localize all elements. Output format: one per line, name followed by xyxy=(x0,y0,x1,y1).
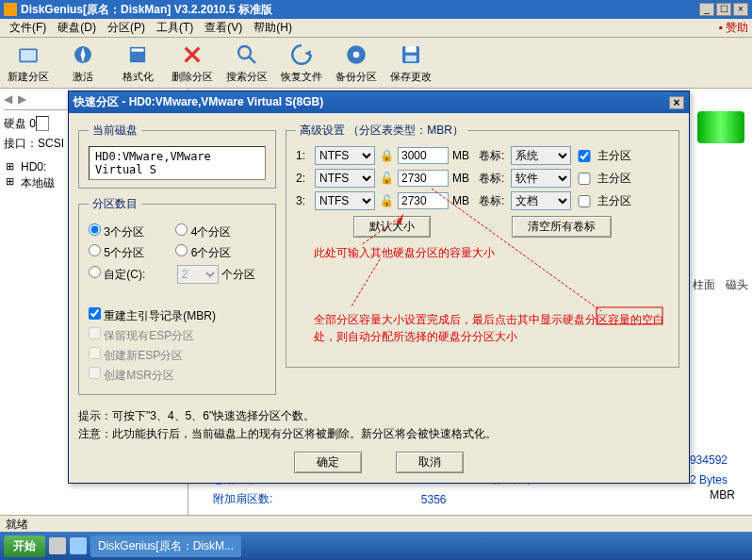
svg-point-12 xyxy=(353,52,360,58)
view-tabs: 柱面 磁头 xyxy=(685,277,748,293)
annotation-1: 此处可输入其他硬盘分区的容量大小 xyxy=(314,245,495,261)
lock-icon[interactable]: 🔒 xyxy=(379,149,394,162)
volume-select-3[interactable]: 文档 xyxy=(511,191,571,210)
primary-check-3[interactable] xyxy=(575,195,594,207)
format-button[interactable]: 格式化 xyxy=(113,41,162,84)
menu-view[interactable]: 查看(V) xyxy=(199,18,248,38)
partition-row-1: 1: NTFS 🔒 MB 卷标: 系统 主分区 xyxy=(296,146,669,165)
nav-back-icon[interactable]: ◀ xyxy=(4,92,12,106)
volume-select-2[interactable]: 软件 xyxy=(511,169,571,188)
keep-esp-checkbox: 保留现有ESP分区 xyxy=(89,327,266,344)
maximize-button[interactable]: ☐ xyxy=(716,3,731,16)
tab-cylinder[interactable]: 柱面 xyxy=(693,278,715,291)
svg-line-9 xyxy=(249,57,255,63)
new-msr-checkbox: 创建MSR分区 xyxy=(89,367,266,384)
current-disk-legend: 当前磁盘 xyxy=(89,123,141,139)
radio-custom-partitions[interactable]: 自定(C): xyxy=(89,268,145,281)
dialog-titlebar[interactable]: 快速分区 - HD0:VMware,VMware Virtual S(8GB) … xyxy=(69,91,689,113)
tab-head[interactable]: 磁头 xyxy=(726,278,748,291)
advanced-settings-group: 高级设置 （分区表类型：MBR） 1: NTFS 🔒 MB 卷标: 系统 主分区… xyxy=(286,123,679,368)
new-partition-button[interactable]: 新建分区 xyxy=(4,41,53,84)
quick-partition-dialog: 快速分区 - HD0:VMware,VMware Virtual S(8GB) … xyxy=(68,91,690,484)
menu-file[interactable]: 文件(F) xyxy=(4,18,52,38)
search-partition-button[interactable]: 搜索分区 xyxy=(222,41,271,84)
status-text: 就绪 xyxy=(6,518,28,531)
advanced-legend: 高级设置 （分区表类型：MBR） xyxy=(296,123,467,139)
menu-partition[interactable]: 分区(P) xyxy=(102,18,151,38)
size-input-1[interactable] xyxy=(398,147,449,164)
menu-tools[interactable]: 工具(T) xyxy=(151,18,199,38)
disk-count-box xyxy=(36,116,49,131)
current-disk-group: 当前磁盘 HD0:VMware,VMware Virtual S xyxy=(78,123,276,189)
volume-select-1[interactable]: 系统 xyxy=(511,146,571,165)
partition-row-2: 2: NTFS 🔓 MB 卷标: 软件 主分区 xyxy=(296,169,669,188)
menu-help[interactable]: 帮助(H) xyxy=(248,18,298,38)
partition-row-3: 3: NTFS 🔓 MB 卷标: 文档 主分区 xyxy=(296,191,669,210)
svg-rect-14 xyxy=(405,46,416,53)
sponsor-link[interactable]: ▪ 赞助 xyxy=(718,20,748,36)
delete-partition-button[interactable]: 删除分区 xyxy=(168,41,217,84)
disk-cylinder-graphic xyxy=(688,111,744,149)
app-titlebar: DiskGenius[原名：DiskMan] V3.2.2010.5 标准版 _… xyxy=(0,0,752,19)
recover-file-button[interactable]: 恢复文件 xyxy=(277,41,326,84)
partition-count-group: 分区数目 3个分区 4个分区 5个分区 6个分区 自定(C): 2 个分区 xyxy=(78,196,276,395)
minimize-button[interactable]: _ xyxy=(699,3,714,16)
size-input-2[interactable] xyxy=(398,170,449,187)
fs-select-3[interactable]: NTFS xyxy=(315,191,375,210)
lock-icon[interactable]: 🔓 xyxy=(379,172,394,185)
rebuild-mbr-checkbox[interactable]: 重建主引导记录(MBR) xyxy=(89,307,266,324)
current-disk-value: HD0:VMware,VMware Virtual S xyxy=(89,146,266,180)
svg-rect-20 xyxy=(597,307,662,324)
svg-rect-15 xyxy=(405,56,416,62)
size-input-3[interactable] xyxy=(398,192,449,209)
activate-button[interactable]: 激活 xyxy=(58,41,107,84)
partition-count-legend: 分区数目 xyxy=(89,196,141,212)
fs-select-2[interactable]: NTFS xyxy=(315,169,375,188)
cancel-button[interactable]: 取消 xyxy=(396,452,464,473)
nav-fwd-icon[interactable]: ▶ xyxy=(18,92,26,106)
close-button[interactable]: × xyxy=(733,3,748,16)
annotation-2: 全部分区容量大小设置完成后，最后点击其中显示硬盘分区容量的空白处，则自动分配所选… xyxy=(314,311,674,345)
svg-rect-5 xyxy=(132,49,144,52)
app-title: DiskGenius[原名：DiskMan] V3.2.2010.5 标准版 xyxy=(21,2,699,18)
dialog-close-button[interactable]: × xyxy=(669,96,684,109)
dialog-title: 快速分区 - HD0:VMware,VMware Virtual S(8GB) xyxy=(74,94,669,110)
radio-5-partitions[interactable]: 5个分区 xyxy=(89,246,144,259)
backup-partition-button[interactable]: 备份分区 xyxy=(332,41,381,84)
tip-2: 注意：此功能执行后，当前磁盘上的现有分区将被删除。新分区将会被快速格式化。 xyxy=(78,426,679,442)
taskbar: 开始 DiskGenius[原名：DiskM... xyxy=(0,532,752,560)
statusbar: 就绪 xyxy=(0,515,752,532)
primary-check-2[interactable] xyxy=(575,173,594,185)
toolbar: 新建分区 激活 格式化 删除分区 搜索分区 恢复文件 备份分区 保存更改 xyxy=(0,38,752,89)
tip-1: 提示：可按下"3、4、5、6"快速选择分区个数。 xyxy=(78,408,679,424)
default-size-button[interactable]: 默认大小 xyxy=(353,216,431,238)
menubar: 文件(F) 硬盘(D) 分区(P) 工具(T) 查看(V) 帮助(H) ▪ 赞助 xyxy=(0,19,752,38)
primary-check-1[interactable] xyxy=(575,150,594,162)
custom-count-select: 2 xyxy=(177,265,219,284)
menu-disk[interactable]: 硬盘(D) xyxy=(52,18,102,38)
svg-rect-1 xyxy=(21,50,36,60)
fs-select-1[interactable]: NTFS xyxy=(315,146,375,165)
ok-button[interactable]: 确定 xyxy=(294,452,362,473)
disk-count-label: 硬盘 0 xyxy=(4,117,36,130)
taskbar-tray-icon[interactable] xyxy=(70,537,87,554)
radio-4-partitions[interactable]: 4个分区 xyxy=(175,225,231,239)
app-icon xyxy=(4,3,17,16)
tips-section: 提示：可按下"3、4、5、6"快速选择分区个数。 注意：此功能执行后，当前磁盘上… xyxy=(78,408,679,442)
radio-6-partitions[interactable]: 6个分区 xyxy=(175,246,231,259)
radio-3-partitions[interactable]: 3个分区 xyxy=(89,225,144,239)
taskbar-tray-icon[interactable] xyxy=(49,537,66,554)
lock-icon[interactable]: 🔓 xyxy=(379,194,394,207)
start-button[interactable]: 开始 xyxy=(4,535,45,557)
svg-point-8 xyxy=(238,46,251,58)
svg-marker-10 xyxy=(304,50,311,57)
clear-volumes-button[interactable]: 清空所有卷标 xyxy=(512,216,612,238)
taskbar-item-diskgenius[interactable]: DiskGenius[原名：DiskM... xyxy=(90,535,241,557)
new-esp-checkbox: 创建新ESP分区 xyxy=(89,347,266,364)
svg-line-18 xyxy=(351,259,380,306)
save-changes-button[interactable]: 保存更改 xyxy=(386,41,435,84)
